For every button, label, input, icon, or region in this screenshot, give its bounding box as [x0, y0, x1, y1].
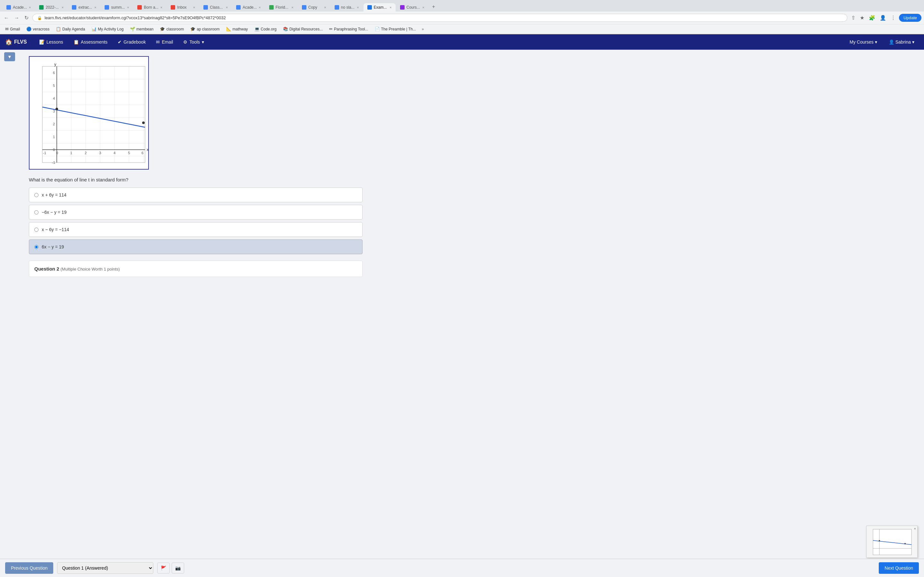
graph-container: x y -1 0 1 2 3 4 5 6 -1 0 1 2 3 [29, 56, 149, 169]
tab-class[interactable]: Class... × [200, 3, 232, 11]
radio-a[interactable] [34, 193, 39, 197]
tab-acade2[interactable]: Acade... × [232, 3, 264, 11]
radio-b[interactable] [34, 210, 39, 214]
gradebook-link[interactable]: ✔ Gradebook [113, 37, 150, 47]
tab-label: 2022-... [45, 5, 60, 10]
tab-close[interactable]: × [226, 5, 228, 9]
content-area: x y -1 0 1 2 3 4 5 6 -1 0 1 2 3 [19, 50, 372, 572]
logo-label: FLVS [14, 39, 27, 45]
bookmark-label: mathway [233, 27, 248, 31]
new-tab-button[interactable]: + [429, 2, 438, 11]
svg-rect-0 [42, 66, 145, 163]
radio-d[interactable] [34, 245, 39, 249]
tab-florid[interactable]: Florid... × [265, 3, 297, 11]
assessments-link[interactable]: 📋 Assessments [69, 37, 112, 47]
tab-close[interactable]: × [357, 5, 359, 9]
svg-text:5: 5 [128, 151, 130, 155]
tab-label: Class... [210, 5, 224, 10]
tab-close[interactable]: × [127, 5, 129, 9]
answer-option-b[interactable]: −6x − y = 19 [29, 205, 363, 219]
email-link[interactable]: ✉ Email [152, 37, 178, 47]
tab-close[interactable]: × [422, 5, 424, 9]
veracross-icon: 🔵 [26, 27, 31, 31]
answer-option-a[interactable]: x + 6y = 114 [29, 187, 363, 202]
reload-button[interactable]: ↻ [23, 13, 30, 22]
graph-point-2 [142, 121, 145, 124]
tab-favicon [334, 5, 339, 10]
share-button[interactable]: ⇧ [850, 13, 857, 22]
tab-close[interactable]: × [324, 5, 326, 9]
tools-link[interactable]: ⚙ Tools ▾ [179, 37, 208, 47]
bookmark-gmail[interactable]: ✉ Gmail [3, 26, 23, 32]
my-courses-button[interactable]: My Courses ▾ [845, 37, 882, 47]
address-bar[interactable]: 🔒 learn.flvs.net/educator/student/examfo… [32, 14, 847, 22]
nav-right: My Courses ▾ 👤 Sabrina ▾ [845, 37, 919, 47]
profile-button[interactable]: 👤 [879, 13, 887, 22]
tab-favicon [204, 5, 208, 10]
bookmark-code-org[interactable]: 💻 Code.org [252, 26, 279, 32]
bookmark-classroom[interactable]: 🎓 classroom [157, 26, 186, 32]
bookmark-mathway[interactable]: 📐 mathway [224, 26, 250, 32]
address-text[interactable]: learn.flvs.net/educator/student/examform… [45, 15, 843, 20]
app-logo[interactable]: 🏠 FLVS [5, 39, 27, 45]
tab-close[interactable]: × [291, 5, 293, 9]
update-button[interactable]: Update [899, 14, 921, 22]
tab-extrac[interactable]: extrac... × [68, 3, 100, 11]
user-menu-button[interactable]: 👤 Sabrina ▾ [884, 37, 919, 47]
label-c: x − 6y = −114 [42, 227, 69, 232]
bookmark-daily-agenda[interactable]: 📋 Daily Agenda [53, 26, 87, 32]
tab-exam[interactable]: Exam... × [363, 3, 396, 11]
answer-option-d[interactable]: 6x − y = 19 [29, 239, 363, 254]
bookmark-membean[interactable]: 🌱 membean [128, 26, 156, 32]
tab-close[interactable]: × [193, 5, 195, 9]
tab-2022[interactable]: 2022-... × [35, 3, 67, 11]
tab-close[interactable]: × [29, 5, 31, 9]
lessons-link[interactable]: 📝 Lessons [35, 37, 68, 47]
back-button[interactable]: ← [3, 14, 10, 22]
svg-text:1: 1 [70, 151, 72, 155]
tab-born[interactable]: Born a... × [134, 3, 166, 11]
tab-close[interactable]: × [61, 5, 63, 9]
tab-close[interactable]: × [94, 5, 96, 9]
agenda-icon: 📋 [56, 27, 61, 31]
bookmark-button[interactable]: ★ [859, 13, 866, 22]
forward-button[interactable]: → [13, 14, 21, 22]
radio-c[interactable] [34, 227, 39, 232]
tab-nosla[interactable]: no sla... × [331, 3, 363, 11]
svg-point-43 [879, 540, 880, 542]
bookmarks-more[interactable]: » [420, 26, 426, 32]
label-b: −6x − y = 19 [42, 210, 66, 215]
bookmark-preamble[interactable]: 📄 The Preamble | Th... [372, 26, 419, 32]
classroom-icon: 🎓 [160, 27, 165, 31]
tab-favicon [236, 5, 241, 10]
bookmark-paraphrasing[interactable]: ✏ Paraphrasing Tool... [326, 26, 371, 32]
tab-close[interactable]: × [160, 5, 162, 9]
tab-summ[interactable]: summ... × [101, 3, 133, 11]
question-2-label: Question 2(Multiple Choice Worth 1 point… [34, 266, 120, 271]
next-question-button[interactable]: Next Question [879, 562, 919, 572]
thumbnail-svg [867, 526, 918, 558]
menu-button[interactable]: ⋮ [889, 13, 897, 22]
bookmark-digital-resources[interactable]: 📚 Digital Resources... [280, 26, 325, 32]
tab-inbox[interactable]: Inbox × [167, 3, 199, 11]
tab-cours[interactable]: Cours... × [396, 3, 428, 11]
flag-button[interactable]: 🚩 [157, 562, 170, 572]
bookmark-ap-classroom[interactable]: 🎓 ap classroom [188, 26, 222, 32]
sidebar-button[interactable]: ▼ [4, 52, 15, 61]
right-panel [372, 50, 398, 572]
browser-frame: Acade... × 2022-... × extrac... × summ..… [0, 0, 924, 34]
camera-button[interactable]: 📷 [172, 562, 184, 572]
extension-button[interactable]: 🧩 [867, 13, 877, 22]
question-selector[interactable]: Question 1 (Answered) [57, 562, 153, 572]
bookmark-activity-log[interactable]: 📊 My Activity Log [89, 26, 126, 32]
tab-close[interactable]: × [258, 5, 260, 9]
tab-copy[interactable]: Copy × [298, 3, 330, 11]
tab-acade1[interactable]: Acade... × [3, 3, 35, 11]
bookmark-label: Digital Resources... [289, 27, 323, 31]
answer-option-c[interactable]: x − 6y = −114 [29, 222, 363, 237]
bookmark-veracross[interactable]: 🔵 veracross [24, 26, 52, 32]
lessons-icon: 📝 [39, 39, 45, 45]
previous-question-button[interactable]: Previous Question [5, 562, 53, 572]
tab-close[interactable]: × [389, 5, 391, 9]
thumbnail-close[interactable]: × [914, 527, 916, 530]
